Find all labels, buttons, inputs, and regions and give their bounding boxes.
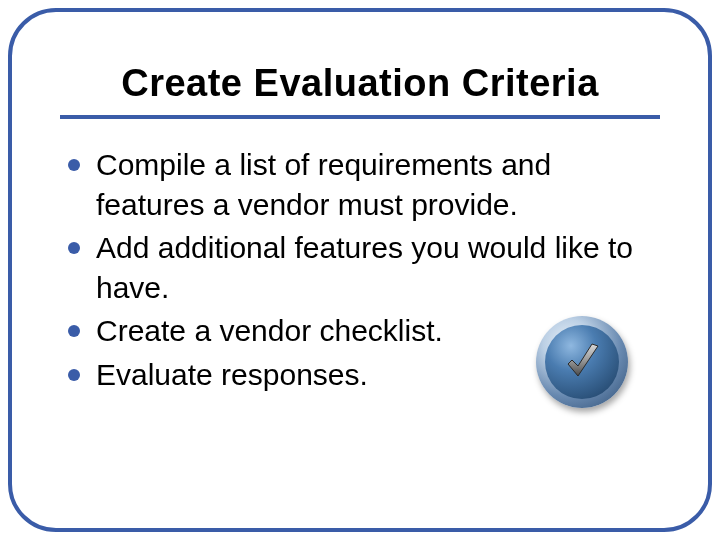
bullet-text: Add additional features you would like t…	[96, 231, 633, 304]
bullet-icon	[68, 369, 80, 381]
list-item: Add additional features you would like t…	[68, 228, 660, 307]
bullet-text: Compile a list of requirements and featu…	[96, 148, 551, 221]
bullet-text: Evaluate responses.	[96, 358, 368, 391]
checkmark-badge-icon	[536, 316, 628, 408]
checkmark-icon	[558, 338, 606, 386]
list-item: Compile a list of requirements and featu…	[68, 145, 660, 224]
bullet-text: Create a vendor checklist.	[96, 314, 443, 347]
bullet-icon	[68, 325, 80, 337]
bullet-icon	[68, 242, 80, 254]
badge-outer-ring	[536, 316, 628, 408]
bullet-icon	[68, 159, 80, 171]
title-underline	[60, 115, 660, 119]
badge-inner-circle	[545, 325, 619, 399]
slide-frame: Create Evaluation Criteria Compile a lis…	[8, 8, 712, 532]
slide-title: Create Evaluation Criteria	[60, 62, 660, 105]
